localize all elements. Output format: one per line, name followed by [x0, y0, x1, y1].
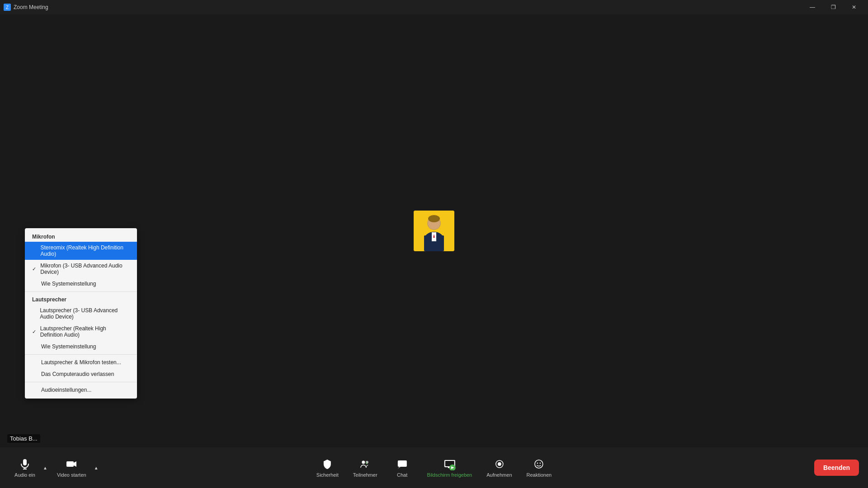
- usb-checkmark: ✓: [32, 266, 38, 272]
- mikrofon-section-label: Mikrofon: [25, 231, 137, 242]
- svg-text:1: 1: [366, 461, 368, 465]
- lautsprecher-system[interactable]: Wie Systemeinstellung: [25, 341, 137, 352]
- lautsprecher-usb-label: Lautsprecher (3- USB Advanced Audio Devi…: [40, 307, 130, 320]
- lautsprecher-realtek-check: ✓: [32, 329, 38, 335]
- reactions-label: Reaktionen: [527, 472, 552, 478]
- chat-icon: [396, 458, 409, 470]
- minimize-button[interactable]: —: [802, 0, 823, 14]
- video-icon: [65, 458, 78, 470]
- close-button[interactable]: ✕: [844, 0, 864, 14]
- participants-label: Teilnehmer: [353, 472, 377, 478]
- avatar-svg: [414, 211, 454, 251]
- reactions-button[interactable]: Reaktionen: [521, 454, 557, 481]
- system-label: Wie Systemeinstellung: [41, 281, 96, 287]
- svg-marker-17: [398, 467, 401, 469]
- video-btn-group: Video starten ▲: [52, 454, 101, 481]
- lautsprecher-section-label: Lautsprecher: [25, 294, 137, 305]
- usb-label: Mikrofon (3- USB Advanced Audio Device): [40, 263, 130, 275]
- shield-icon: [321, 458, 334, 470]
- svg-rect-8: [23, 459, 27, 465]
- window-title: Zoom Meeting: [14, 4, 48, 10]
- lautsprecher-system-label: Wie Systemeinstellung: [41, 343, 96, 350]
- audio-btn-group: Audio ein ▲: [9, 454, 50, 481]
- leave-audio-label: Das Computeraudio verlassen: [41, 371, 114, 377]
- titlebar-controls: — ❐ ✕: [802, 0, 864, 14]
- maximize-button[interactable]: ❐: [823, 0, 844, 14]
- audio-settings-label: Audioeinstellungen...: [41, 387, 91, 393]
- audio-settings-item[interactable]: Audioeinstellungen...: [25, 384, 137, 396]
- divider-3: [25, 382, 137, 382]
- video-label: Video starten: [57, 472, 86, 478]
- audio-arrow-button[interactable]: ▲: [41, 459, 50, 477]
- end-button[interactable]: Beenden: [814, 460, 859, 476]
- video-button[interactable]: Video starten: [52, 454, 92, 481]
- divider-1: [25, 291, 137, 292]
- security-label: Sicherheit: [316, 472, 339, 478]
- share-screen-label: Bildschirm freigeben: [427, 472, 472, 478]
- svg-point-24: [497, 462, 501, 466]
- zoom-icon: Z: [4, 4, 11, 11]
- audio-context-menu: Mikrofon Stereomix (Realtek High Definit…: [25, 228, 137, 399]
- avatar-image: [414, 211, 454, 251]
- share-screen-button[interactable]: Bildschirm freigeben: [422, 454, 478, 481]
- svg-point-26: [537, 463, 538, 464]
- record-button[interactable]: Aufnehmen: [481, 454, 517, 481]
- bottom-toolbar: Audio ein ▲ Video starten ▲: [0, 447, 868, 488]
- mikrofon-usb[interactable]: ✓ Mikrofon (3- USB Advanced Audio Device…: [25, 260, 137, 278]
- participants-button[interactable]: 1 Teilnehmer: [348, 454, 383, 481]
- svg-marker-12: [74, 461, 76, 467]
- leave-audio-item[interactable]: Das Computeraudio verlassen: [25, 368, 137, 380]
- svg-point-27: [540, 463, 541, 464]
- video-arrow-button[interactable]: ▲: [92, 459, 101, 477]
- titlebar-left: Z Zoom Meeting: [4, 4, 48, 11]
- audio-button[interactable]: Audio ein: [9, 454, 41, 481]
- share-screen-icon: [443, 458, 456, 470]
- svg-point-4: [428, 215, 440, 222]
- participant-avatar: [414, 211, 454, 251]
- mikrofon-stereomix[interactable]: Stereomix (Realtek High Definition Audio…: [25, 242, 137, 260]
- divider-2: [25, 354, 137, 355]
- audio-label: Audio ein: [14, 472, 35, 478]
- participant-name: Tobias B...: [7, 434, 40, 443]
- lautsprecher-realtek-label: Lautsprecher (Realtek High Definition Au…: [40, 325, 130, 338]
- svg-rect-11: [66, 461, 74, 467]
- security-button[interactable]: Sicherheit: [311, 454, 344, 481]
- toolbar-left: Audio ein ▲ Video starten ▲: [9, 454, 101, 481]
- svg-point-13: [362, 461, 365, 464]
- record-label: Aufnehmen: [486, 472, 512, 478]
- svg-point-25: [535, 460, 543, 468]
- participants-icon: 1: [359, 458, 372, 470]
- mikrofon-system[interactable]: Wie Systemeinstellung: [25, 278, 137, 290]
- toolbar-center: Sicherheit 1 Teilnehmer: [311, 454, 557, 481]
- titlebar: Z Zoom Meeting — ❐ ✕: [0, 0, 868, 14]
- record-icon: [493, 458, 505, 470]
- reactions-icon: [533, 458, 545, 470]
- microphone-icon: [19, 458, 31, 470]
- test-audio-label: Lautsprecher & Mikrofon testen...: [41, 359, 121, 366]
- test-audio-item[interactable]: Lautsprecher & Mikrofon testen...: [25, 357, 137, 368]
- stereomix-label: Stereomix (Realtek High Definition Audio…: [41, 244, 130, 257]
- lautsprecher-usb[interactable]: Lautsprecher (3- USB Advanced Audio Devi…: [25, 305, 137, 323]
- svg-rect-16: [398, 460, 407, 467]
- chat-label: Chat: [397, 472, 407, 478]
- chat-button[interactable]: Chat: [387, 454, 418, 481]
- lautsprecher-realtek[interactable]: ✓ Lautsprecher (Realtek High Definition …: [25, 323, 137, 341]
